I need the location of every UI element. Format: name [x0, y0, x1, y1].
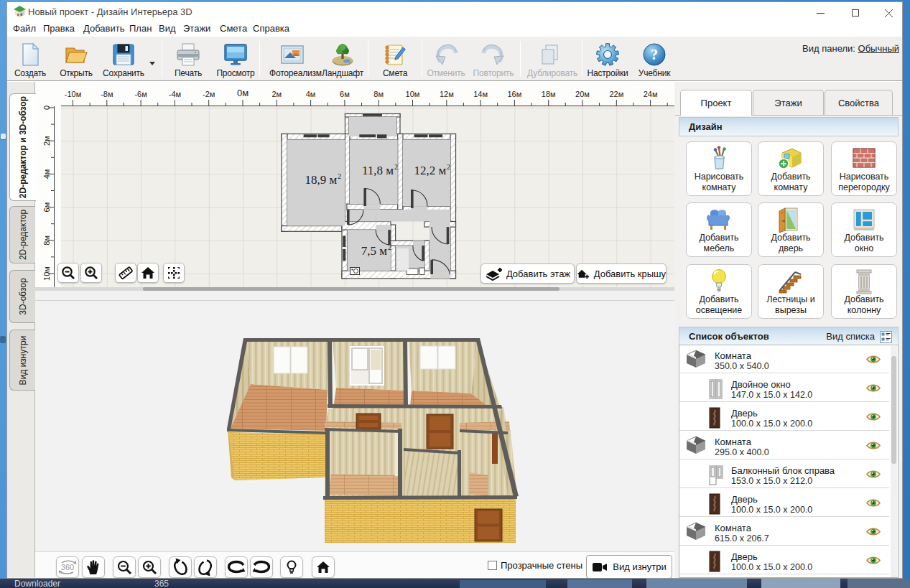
svg-text:2: 2	[394, 163, 398, 171]
svg-text:360: 360	[61, 563, 74, 571]
svg-text:18,9 м: 18,9 м	[305, 173, 338, 187]
svg-text:12,2 м: 12,2 м	[414, 164, 447, 177]
svg-text:?: ?	[651, 47, 658, 62]
svg-text:2: 2	[447, 163, 450, 171]
svg-text:11,8 м: 11,8 м	[362, 164, 394, 177]
svg-text:2: 2	[338, 172, 341, 180]
svg-text:7,5 м: 7,5 м	[361, 244, 388, 258]
svg-text:2: 2	[388, 243, 391, 251]
